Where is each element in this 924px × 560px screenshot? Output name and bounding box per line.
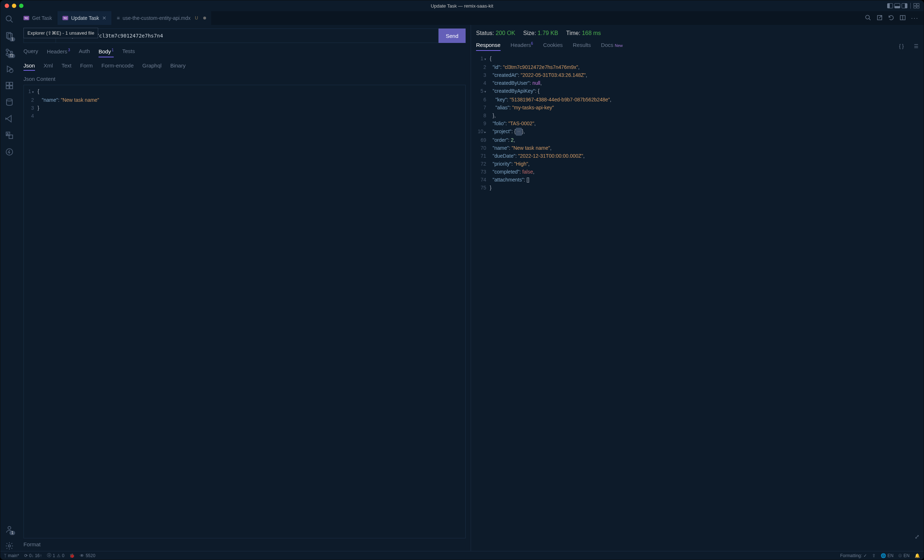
editor-tab[interactable]: ≡use-the-custom-entity-api.mdxU xyxy=(112,11,212,25)
rest-client-area: Explorer (⇧⌘E) - 1 unsaved file )0/api/t… xyxy=(18,25,502,310)
search-icon[interactable] xyxy=(4,14,14,24)
response-tabs: ResponseHeaders6CookiesResultsDocsNew{ }… xyxy=(476,42,502,51)
app-window: Update Task — remix-saas-kit 1 72 xyxy=(0,0,502,310)
thunder-icon[interactable] xyxy=(4,147,14,157)
minimize-window-button[interactable] xyxy=(12,4,16,8)
svg-text:A: A xyxy=(7,133,9,135)
svg-rect-11 xyxy=(6,86,9,89)
status-code: Status: 200 OK xyxy=(476,30,502,36)
explorer-icon[interactable]: 1 xyxy=(4,31,14,41)
scm-icon[interactable]: 72 xyxy=(4,47,14,57)
thunder-client-icon: TC xyxy=(63,16,68,20)
vscode-icon[interactable] xyxy=(4,114,14,124)
request-tab-auth[interactable]: Auth xyxy=(79,48,90,57)
request-tab-tests[interactable]: Tests xyxy=(122,48,135,57)
editor-tabs: TCGet TaskTCUpdate Task✕≡use-the-custom-… xyxy=(18,11,502,25)
database-icon[interactable] xyxy=(4,97,14,107)
svg-point-13 xyxy=(6,99,12,101)
svg-rect-12 xyxy=(10,86,13,89)
titlebar: Update Task — remix-saas-kit xyxy=(0,0,502,11)
send-button[interactable]: Send xyxy=(438,28,466,43)
response-pane: Status: 200 OK Size: 1.79 KB Time: 168 m… xyxy=(471,25,502,310)
explorer-tooltip: Explorer (⇧⌘E) - 1 unsaved file xyxy=(24,28,98,38)
response-body[interactable]: 1▾{2 "id": "cl3tm7c9012472e7hs7n476m9x",… xyxy=(476,54,502,310)
url-input[interactable]: )0/api/tasks/cl3tm7c9012472e7hs7n4 xyxy=(56,28,438,43)
svg-point-0 xyxy=(6,16,11,21)
body-type-tab-xml[interactable]: Xml xyxy=(44,63,53,71)
editor-tab[interactable]: TCGet Task xyxy=(18,11,57,25)
json-content-label: Json Content xyxy=(24,76,466,82)
window-title: Update Task — remix-saas-kit xyxy=(0,3,502,9)
scm-badge: 72 xyxy=(8,54,15,58)
unsaved-dot-icon xyxy=(203,16,206,19)
response-tab-response[interactable]: Response xyxy=(476,42,501,51)
translate-icon[interactable]: A xyxy=(4,130,14,140)
body-type-tab-graphql[interactable]: Graphql xyxy=(142,63,161,71)
request-pane: Explorer (⇧⌘E) - 1 unsaved file )0/api/t… xyxy=(18,25,471,310)
tab-label: use-the-custom-entity-api.mdx xyxy=(123,15,190,21)
tab-label: Update Task xyxy=(71,15,99,21)
body-type-tab-json[interactable]: Json xyxy=(24,63,35,71)
request-tab-headers[interactable]: Headers3 xyxy=(47,48,70,57)
editor-tab[interactable]: TCUpdate Task✕ xyxy=(57,11,112,25)
close-window-button[interactable] xyxy=(5,4,9,8)
response-status-row: Status: 200 OK Size: 1.79 KB Time: 168 m… xyxy=(476,30,502,36)
body-type-tabs: JsonXmlTextFormForm-encodeGraphqlBinary xyxy=(24,63,466,71)
tab-label: Get Task xyxy=(32,15,52,21)
body-type-tab-text[interactable]: Text xyxy=(62,63,72,71)
svg-line-1 xyxy=(10,20,13,22)
explorer-badge: 1 xyxy=(9,37,15,42)
body-type-tab-form[interactable]: Form xyxy=(80,63,93,71)
svg-rect-10 xyxy=(10,82,13,85)
thunder-client-icon: TC xyxy=(24,16,29,20)
close-tab-icon[interactable]: ✕ xyxy=(102,15,106,21)
request-tab-body[interactable]: Body1 xyxy=(99,48,114,57)
body: 1 72 A xyxy=(0,11,502,310)
extensions-icon[interactable] xyxy=(4,81,14,91)
modified-badge: U xyxy=(195,15,198,21)
mdx-file-icon: ≡ xyxy=(117,15,120,21)
maximize-window-button[interactable] xyxy=(19,4,24,8)
body-type-tab-form-encode[interactable]: Form-encode xyxy=(101,63,134,71)
request-body-editor[interactable]: 1▾{2 "name": "New task name"3}4 xyxy=(24,85,466,310)
request-tab-query[interactable]: Query xyxy=(24,48,38,57)
body-type-tab-binary[interactable]: Binary xyxy=(170,63,186,71)
svg-point-4 xyxy=(6,49,8,51)
svg-rect-9 xyxy=(6,82,9,85)
activity-bar: 1 72 A xyxy=(0,11,18,310)
main-column: TCGet TaskTCUpdate Task✕≡use-the-custom-… xyxy=(18,11,502,310)
traffic-lights xyxy=(5,4,24,8)
request-tabs: QueryHeaders3AuthBody1Tests xyxy=(24,48,466,57)
debug-icon[interactable] xyxy=(4,64,14,74)
